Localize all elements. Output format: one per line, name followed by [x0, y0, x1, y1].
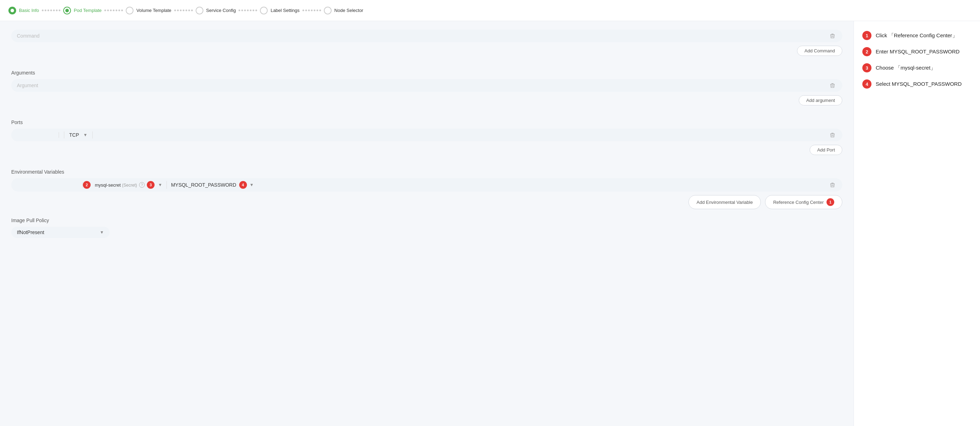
- step-node-selector[interactable]: Node Selector: [324, 7, 363, 14]
- env-buttons-group: Add Environmental Variable Reference Con…: [11, 195, 842, 209]
- port-name-input[interactable]: port: [17, 132, 59, 138]
- step-badge-1: 1: [827, 198, 834, 206]
- dot: [121, 10, 123, 11]
- command-input[interactable]: [17, 33, 825, 39]
- secret-chevron-wrapper: ▼: [157, 182, 162, 187]
- delete-port-button[interactable]: [828, 131, 837, 139]
- step-volume-template[interactable]: Volume Template: [126, 7, 172, 14]
- env-vars-label: Environmental Variables: [11, 169, 842, 175]
- instruction-text-3: Choose 「mysql-secret」: [876, 63, 936, 72]
- add-env-button[interactable]: Add Environmental Variable: [689, 195, 761, 209]
- stepper: Basic Info Pod Template Volume Template: [0, 0, 980, 21]
- chevron-down-icon: ▼: [158, 182, 162, 187]
- arguments-section: Arguments Add argument: [11, 70, 842, 111]
- instruction-2: 2 Enter MYSQL_ROOT_PASSWORD: [862, 47, 972, 56]
- dot: [255, 10, 257, 11]
- step-dots-1: [42, 10, 60, 11]
- dot: [308, 10, 310, 11]
- add-argument-button[interactable]: Add argument: [799, 95, 842, 105]
- step-label-volume-template: Volume Template: [136, 8, 172, 13]
- step-basic-info[interactable]: Basic Info: [8, 7, 39, 14]
- step-badge-3: 3: [147, 181, 154, 189]
- ref-config-button[interactable]: Reference Config Center 1: [765, 195, 842, 209]
- add-port-button[interactable]: Add Port: [810, 145, 842, 155]
- env-secret-name: mysql-secret (Secret): [95, 182, 137, 188]
- step-circle-volume-template: [126, 7, 134, 14]
- port-number-input[interactable]: 3306: [98, 132, 825, 138]
- delete-argument-button[interactable]: [828, 82, 837, 89]
- dot: [180, 10, 181, 11]
- command-section: Add Command: [11, 30, 842, 62]
- step-circle-node-selector: [324, 7, 332, 14]
- protocol-select[interactable]: TCP UDP: [69, 132, 88, 138]
- instruction-badge-4: 4: [862, 80, 872, 89]
- ports-input-row: port TCP UDP ▼ 3306: [11, 129, 842, 141]
- dot: [177, 10, 179, 11]
- env-secret-field: mysql-secret (Secret) ? 3 ▼: [91, 181, 167, 189]
- help-icon[interactable]: ?: [139, 182, 145, 188]
- step-dots-3: [174, 10, 193, 11]
- dot: [311, 10, 313, 11]
- command-input-row: [11, 30, 842, 42]
- instruction-4: 4 Select MYSQL_ROOT_PASSWORD: [862, 80, 972, 89]
- image-pull-label: Image Pull Policy: [11, 218, 842, 223]
- layout: Add Command Arguments Add ar: [0, 21, 980, 426]
- argument-input-row: [11, 79, 842, 92]
- step-label-settings[interactable]: Label Settings: [260, 7, 299, 14]
- divider: [64, 131, 64, 139]
- add-port-wrapper: Add Port: [11, 145, 842, 161]
- step-dots-2: [104, 10, 123, 11]
- dot: [56, 10, 57, 11]
- env-key-field: MYSQL_ROOT_PASSWORD 4 ▼: [167, 181, 828, 189]
- step-label-pod-template: Pod Template: [74, 8, 102, 13]
- svg-rect-4: [830, 84, 835, 85]
- dot: [314, 10, 315, 11]
- step-service-config[interactable]: Service Config: [196, 7, 236, 14]
- add-argument-wrapper: Add argument: [11, 95, 842, 111]
- instruction-3: 3 Choose 「mysql-secret」: [862, 63, 972, 72]
- dot: [118, 10, 120, 11]
- instruction-badge-2: 2: [862, 47, 872, 56]
- step-badge-2: 2: [83, 181, 91, 189]
- instruction-badge-1: 1: [862, 31, 872, 40]
- env-name-input[interactable]: MYSQL_ROOT_PASSWORD: [17, 182, 83, 188]
- dot: [53, 10, 55, 11]
- dot: [113, 10, 115, 11]
- svg-rect-9: [831, 133, 834, 133]
- dot: [188, 10, 190, 11]
- step-dots-5: [302, 10, 321, 11]
- add-command-wrapper: Add Command: [11, 46, 842, 62]
- arguments-label: Arguments: [11, 70, 842, 76]
- instruction-1: 1 Click 「Reference Config Center」: [862, 31, 972, 40]
- instructions-panel: 1 Click 「Reference Config Center」 2 Ente…: [854, 21, 980, 426]
- dot: [59, 10, 60, 11]
- delete-env-button[interactable]: [828, 181, 837, 188]
- chevron-down-icon: ▼: [250, 182, 254, 187]
- dot: [305, 10, 307, 11]
- step-label-label-settings: Label Settings: [270, 8, 299, 13]
- dot: [241, 10, 243, 11]
- step-pod-template[interactable]: Pod Template: [63, 7, 102, 14]
- step-circle-service-config: [196, 7, 204, 14]
- dot: [191, 10, 193, 11]
- ports-section: Ports port TCP UDP ▼ 3306: [11, 120, 842, 161]
- svg-rect-12: [830, 183, 835, 184]
- dot: [45, 10, 46, 11]
- add-command-button[interactable]: Add Command: [797, 46, 842, 56]
- dot: [110, 10, 112, 11]
- dot: [253, 10, 254, 11]
- main-content: Add Command Arguments Add ar: [0, 21, 854, 426]
- env-vars-section: Environmental Variables MYSQL_ROOT_PASSW…: [11, 169, 842, 209]
- image-pull-row: IfNotPresent Always Never ▼: [11, 227, 110, 238]
- dot: [50, 10, 52, 11]
- protocol-select-wrapper: TCP UDP ▼: [69, 132, 88, 138]
- ports-label: Ports: [11, 120, 842, 125]
- dot: [186, 10, 187, 11]
- svg-rect-1: [831, 34, 834, 34]
- delete-command-button[interactable]: [828, 32, 837, 39]
- argument-input[interactable]: [17, 83, 825, 88]
- image-pull-select[interactable]: IfNotPresent Always Never: [17, 230, 104, 235]
- step-circle-basic-info: [8, 7, 16, 14]
- dot: [319, 10, 321, 11]
- svg-rect-13: [831, 183, 834, 183]
